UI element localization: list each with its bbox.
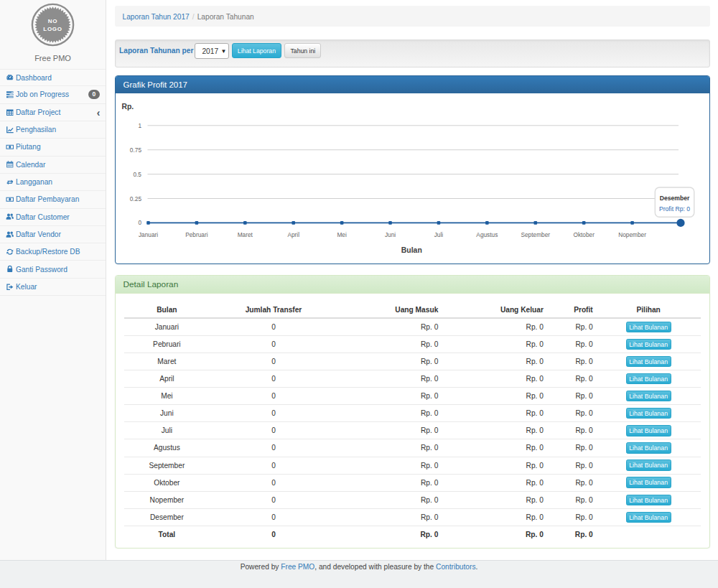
svg-text:0.25: 0.25 <box>130 195 142 202</box>
svg-text:Juli: Juli <box>434 231 444 238</box>
svg-text:LOGO: LOGO <box>43 26 62 32</box>
svg-text:September: September <box>521 231 550 238</box>
svg-text:Profit Rp: 0: Profit Rp: 0 <box>659 205 690 213</box>
svg-text:Agustus: Agustus <box>476 231 498 238</box>
svg-text:Rp.: Rp. <box>122 103 134 111</box>
svg-text:Desember: Desember <box>660 195 690 202</box>
svg-text:Maret: Maret <box>238 231 253 238</box>
svg-text:Oktober: Oktober <box>573 231 595 238</box>
svg-text:0.5: 0.5 <box>133 171 141 178</box>
svg-text:1: 1 <box>138 122 141 129</box>
svg-text:April: April <box>287 231 299 238</box>
svg-text:0.75: 0.75 <box>130 146 142 154</box>
svg-text:Bulan: Bulan <box>401 246 422 254</box>
svg-text:Pebruari: Pebruari <box>185 231 208 238</box>
svg-text:Januari: Januari <box>139 231 158 238</box>
svg-text:0: 0 <box>138 220 141 227</box>
svg-text:Nopember: Nopember <box>618 231 646 238</box>
svg-text:Juni: Juni <box>385 231 396 238</box>
svg-text:NO: NO <box>48 18 57 24</box>
svg-text:Mei: Mei <box>337 231 347 238</box>
